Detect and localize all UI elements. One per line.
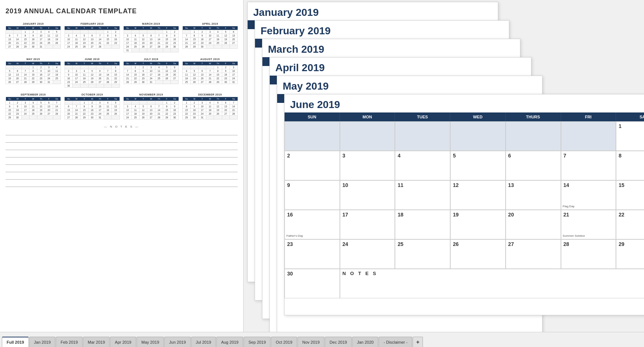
cal-day: 20 bbox=[96, 77, 104, 80]
cal-day: 25 bbox=[45, 41, 53, 45]
cal-day: 7 bbox=[155, 105, 163, 108]
cal-day: 23 bbox=[171, 112, 179, 116]
cal-day: 25 bbox=[53, 77, 61, 80]
cal-day: 14 bbox=[14, 38, 21, 41]
cal-day: 9 bbox=[171, 105, 179, 108]
mini-cal-7: AUGUST 2019SuMTWThFSa1234567891011121314… bbox=[182, 58, 238, 88]
cal-day: 28 bbox=[124, 80, 131, 84]
cal-day: 30 bbox=[171, 116, 179, 119]
cal-day: 1 bbox=[112, 66, 120, 69]
cal-day: 31 bbox=[96, 116, 104, 119]
tab-sep-2019[interactable]: Sep 2019 bbox=[244, 337, 271, 347]
cal-day: 20 bbox=[88, 41, 96, 45]
tab-jan-2019[interactable]: Jan 2019 bbox=[29, 337, 55, 347]
tab-dec-2019[interactable]: Dec 2019 bbox=[325, 337, 352, 347]
cal-day: 30 bbox=[65, 84, 72, 88]
cal-day: 13 bbox=[96, 73, 104, 77]
cal-day: 22 bbox=[29, 77, 37, 80]
cal-cell-14: 14Flag Day bbox=[561, 180, 616, 210]
cal-day bbox=[124, 30, 131, 34]
add-tab-button[interactable]: + bbox=[413, 337, 423, 347]
cal-day bbox=[147, 49, 155, 52]
tab-aug-2019[interactable]: Aug 2019 bbox=[216, 337, 243, 347]
cal-day bbox=[73, 30, 80, 34]
cal-day: 17 bbox=[124, 41, 131, 45]
tab-nov-2019[interactable]: Nov 2019 bbox=[297, 337, 324, 347]
cal-day: 13 bbox=[65, 108, 72, 112]
cal-day: 8 bbox=[131, 69, 139, 73]
mini-cal-title-6: JULY 2019 bbox=[124, 58, 179, 60]
cal-day: 6 bbox=[88, 34, 96, 38]
tab-may-2019[interactable]: May 2019 bbox=[137, 337, 164, 347]
cal-day: 2 bbox=[14, 101, 21, 105]
cal-cell-4: 4 bbox=[395, 151, 450, 180]
left-panel: 2019 ANNUAL CALENDAR TEMPLATE JANUARY 20… bbox=[0, 0, 244, 332]
mini-cal-title-5: JUNE 2019 bbox=[65, 58, 120, 60]
cal-day bbox=[80, 66, 88, 69]
cal-day bbox=[37, 116, 45, 119]
cal-day: 21 bbox=[14, 41, 21, 45]
tab-oct-2019[interactable]: Oct 2019 bbox=[271, 337, 297, 347]
feb-title: February 2019 bbox=[255, 21, 509, 39]
tab---disclaimer--[interactable]: - Disclaimer - bbox=[379, 337, 412, 347]
cal-day: 19 bbox=[190, 77, 198, 80]
cal-day: 16 bbox=[222, 73, 230, 77]
cal-day: 26 bbox=[80, 45, 88, 49]
cal-day: 22 bbox=[131, 77, 139, 80]
tab-jul-2019[interactable]: Jul 2019 bbox=[191, 337, 216, 347]
cal-day: 22 bbox=[21, 41, 29, 45]
cal-day: 23 bbox=[171, 41, 179, 45]
cal-cell-13: 13 bbox=[506, 180, 561, 210]
cal-day bbox=[21, 116, 29, 119]
cal-day: 28 bbox=[206, 80, 214, 84]
cal-day: 17 bbox=[124, 112, 131, 116]
tab-feb-2019[interactable]: Feb 2019 bbox=[56, 337, 82, 347]
cal-day: 22 bbox=[190, 41, 198, 45]
tab-jan-2020[interactable]: Jan 2020 bbox=[352, 337, 378, 347]
cal-notes: N O T E S bbox=[340, 269, 644, 298]
cal-day: 13 bbox=[171, 69, 179, 73]
mini-cal-0: JANUARY 2019SuMTWThFSa123456789101112131… bbox=[6, 22, 61, 52]
tab-full-2019[interactable]: Full 2019 bbox=[2, 337, 29, 347]
tab-jun-2019[interactable]: Jun 2019 bbox=[164, 337, 190, 347]
cal-cell-24: 24 bbox=[340, 239, 395, 269]
cal-day: 18 bbox=[131, 41, 139, 45]
cal-day: 26 bbox=[190, 80, 198, 84]
cal-day: 10 bbox=[65, 38, 72, 41]
cal-day: 9 bbox=[88, 105, 96, 108]
cal-day: 22 bbox=[112, 77, 120, 80]
cal-day bbox=[65, 101, 72, 105]
cal-day: 5 bbox=[112, 101, 120, 105]
cal-day: 16 bbox=[37, 73, 45, 77]
tab-mar-2019[interactable]: Mar 2019 bbox=[83, 337, 110, 347]
cal-day: 29 bbox=[214, 80, 222, 84]
cal-day bbox=[230, 116, 237, 119]
mini-cal-6: JULY 2019SuMTWThFSa123456789101112131415… bbox=[124, 58, 179, 88]
cal-day: 2 bbox=[171, 101, 179, 105]
cal-day: 18 bbox=[131, 112, 139, 116]
cal-day: 5 bbox=[6, 69, 14, 73]
cal-day: 13 bbox=[14, 73, 21, 77]
cal-day: 1 bbox=[163, 30, 171, 34]
cal-day: 1 bbox=[80, 101, 88, 105]
cal-day: 28 bbox=[155, 45, 163, 49]
cal-day: 19 bbox=[163, 73, 171, 77]
cal-day: 8 bbox=[29, 69, 37, 73]
cal-day: 15 bbox=[104, 38, 112, 41]
cal-day: 14 bbox=[73, 108, 80, 112]
cal-day bbox=[155, 49, 163, 52]
cal-day: 12 bbox=[53, 34, 61, 38]
cal-day: 14 bbox=[21, 73, 29, 77]
cal-day: 12 bbox=[222, 34, 230, 38]
cal-cell-27: 27 bbox=[506, 239, 561, 269]
cal-day bbox=[214, 45, 222, 49]
tab-apr-2019[interactable]: Apr 2019 bbox=[110, 337, 136, 347]
cal-day: 24 bbox=[230, 77, 237, 80]
cal-day: 9 bbox=[29, 34, 37, 38]
jun-header: SUN MON TUES WED THURS FRI SAT bbox=[285, 112, 644, 121]
cal-day: 12 bbox=[37, 105, 45, 108]
cal-day: 8 bbox=[104, 34, 112, 38]
cal-day: 15 bbox=[214, 73, 222, 77]
cal-day bbox=[171, 49, 179, 52]
summer-solstice-label: Summer Solstice bbox=[563, 234, 585, 237]
